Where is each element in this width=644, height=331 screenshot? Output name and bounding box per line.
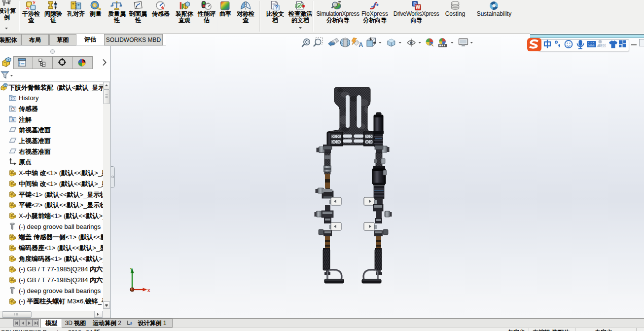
svg-text:W: W (416, 4, 421, 10)
svg-text:?: ? (275, 5, 278, 10)
svg-text:Y: Y (130, 267, 133, 272)
svg-text:20: 20 (602, 44, 606, 47)
svg-text:A: A (359, 41, 363, 48)
svg-text:X: X (147, 289, 150, 294)
